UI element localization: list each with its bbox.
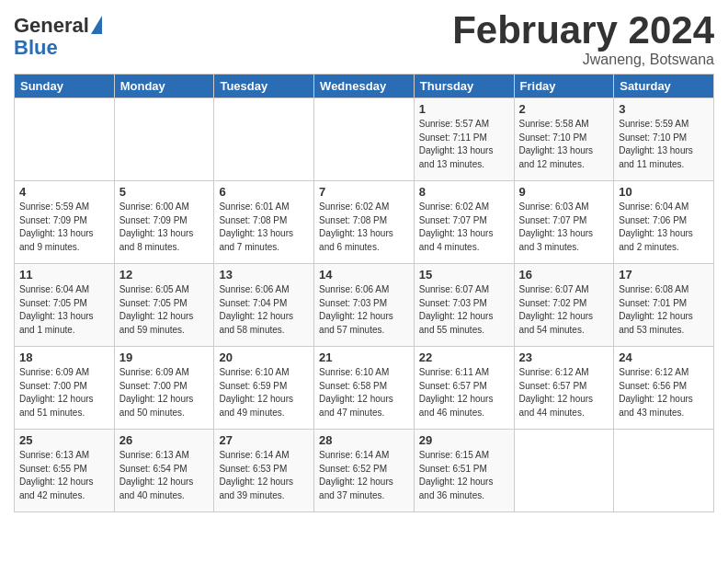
day-number: 24 <box>619 350 709 364</box>
day-number: 13 <box>219 268 309 282</box>
calendar-cell: 16Sunrise: 6:07 AMSunset: 7:02 PMDayligh… <box>514 264 614 347</box>
calendar-cell: 12Sunrise: 6:05 AMSunset: 7:05 PMDayligh… <box>114 264 214 347</box>
calendar-cell: 5Sunrise: 6:00 AMSunset: 7:09 PMDaylight… <box>114 181 214 264</box>
cell-content: Sunrise: 6:09 AMSunset: 7:00 PMDaylight:… <box>19 366 109 419</box>
week-row-3: 11Sunrise: 6:04 AMSunset: 7:05 PMDayligh… <box>15 264 714 347</box>
calendar-cell: 9Sunrise: 6:03 AMSunset: 7:07 PMDaylight… <box>514 181 614 264</box>
day-number: 16 <box>519 268 609 282</box>
calendar-cell: 28Sunrise: 6:14 AMSunset: 6:52 PMDayligh… <box>314 430 415 512</box>
cell-content: Sunrise: 6:01 AMSunset: 7:08 PMDaylight:… <box>219 201 309 254</box>
day-header-sunday: Sunday <box>15 75 115 98</box>
calendar-cell: 17Sunrise: 6:08 AMSunset: 7:01 PMDayligh… <box>614 264 714 347</box>
week-row-2: 4Sunrise: 5:59 AMSunset: 7:09 PMDaylight… <box>15 181 714 264</box>
day-number: 19 <box>119 350 210 364</box>
calendar-cell: 19Sunrise: 6:09 AMSunset: 7:00 PMDayligh… <box>114 347 214 430</box>
header-row: SundayMondayTuesdayWednesdayThursdayFrid… <box>15 75 714 98</box>
cell-content: Sunrise: 5:57 AMSunset: 7:11 PMDaylight:… <box>419 118 509 171</box>
cell-content: Sunrise: 6:10 AMSunset: 6:59 PMDaylight:… <box>219 366 309 419</box>
calendar-cell: 22Sunrise: 6:11 AMSunset: 6:57 PMDayligh… <box>414 347 514 430</box>
day-number: 7 <box>319 185 409 199</box>
cell-content: Sunrise: 6:02 AMSunset: 7:07 PMDaylight:… <box>419 201 509 254</box>
calendar-cell <box>15 98 115 181</box>
day-number: 22 <box>419 350 509 364</box>
cell-content: Sunrise: 6:10 AMSunset: 6:58 PMDaylight:… <box>319 366 409 419</box>
day-number: 29 <box>419 433 509 447</box>
week-row-1: 1Sunrise: 5:57 AMSunset: 7:11 PMDaylight… <box>15 98 714 181</box>
cell-content: Sunrise: 6:04 AMSunset: 7:05 PMDaylight:… <box>19 283 109 337</box>
calendar-cell: 7Sunrise: 6:02 AMSunset: 7:08 PMDaylight… <box>314 181 415 264</box>
day-number: 8 <box>419 185 509 199</box>
day-number: 4 <box>19 185 109 199</box>
day-number: 15 <box>419 268 509 282</box>
cell-content: Sunrise: 6:07 AMSunset: 7:03 PMDaylight:… <box>419 283 509 337</box>
day-number: 26 <box>119 433 210 447</box>
calendar-cell: 21Sunrise: 6:10 AMSunset: 6:58 PMDayligh… <box>314 347 415 430</box>
cell-content: Sunrise: 6:09 AMSunset: 7:00 PMDaylight:… <box>119 366 210 419</box>
day-number: 25 <box>19 433 109 447</box>
calendar-cell: 15Sunrise: 6:07 AMSunset: 7:03 PMDayligh… <box>414 264 514 347</box>
cell-content: Sunrise: 6:13 AMSunset: 6:54 PMDaylight:… <box>119 449 210 502</box>
calendar-cell: 8Sunrise: 6:02 AMSunset: 7:07 PMDaylight… <box>414 181 514 264</box>
cell-content: Sunrise: 6:00 AMSunset: 7:09 PMDaylight:… <box>119 201 210 254</box>
calendar-cell <box>114 98 214 181</box>
day-header-wednesday: Wednesday <box>314 75 415 98</box>
day-header-friday: Friday <box>514 75 614 98</box>
cell-content: Sunrise: 6:02 AMSunset: 7:08 PMDaylight:… <box>319 201 409 254</box>
day-header-monday: Monday <box>114 75 214 98</box>
calendar-cell: 25Sunrise: 6:13 AMSunset: 6:55 PMDayligh… <box>15 430 115 512</box>
logo-triangle-icon <box>91 16 102 34</box>
day-number: 18 <box>19 350 109 364</box>
calendar-cell: 18Sunrise: 6:09 AMSunset: 7:00 PMDayligh… <box>15 347 115 430</box>
cell-content: Sunrise: 6:12 AMSunset: 6:56 PMDaylight:… <box>619 366 709 419</box>
calendar-cell: 10Sunrise: 6:04 AMSunset: 7:06 PMDayligh… <box>614 181 714 264</box>
calendar-cell: 4Sunrise: 5:59 AMSunset: 7:09 PMDaylight… <box>15 181 115 264</box>
calendar-cell <box>514 430 614 512</box>
day-number: 10 <box>619 185 709 199</box>
day-number: 17 <box>619 268 709 282</box>
day-number: 28 <box>319 433 409 447</box>
cell-content: Sunrise: 6:14 AMSunset: 6:53 PMDaylight:… <box>219 449 309 502</box>
calendar-body: 1Sunrise: 5:57 AMSunset: 7:11 PMDaylight… <box>15 98 714 512</box>
logo-blue: Blue <box>14 37 58 59</box>
day-number: 9 <box>519 185 609 199</box>
calendar-cell: 14Sunrise: 6:06 AMSunset: 7:03 PMDayligh… <box>314 264 415 347</box>
cell-content: Sunrise: 6:06 AMSunset: 7:03 PMDaylight:… <box>319 283 409 337</box>
cell-content: Sunrise: 6:11 AMSunset: 6:57 PMDaylight:… <box>419 366 509 419</box>
location-subtitle: Jwaneng, Botswana <box>452 52 714 68</box>
day-number: 2 <box>519 102 609 116</box>
day-number: 3 <box>619 102 709 116</box>
page-header: General Blue February 2024 Jwaneng, Bots… <box>14 9 714 68</box>
calendar-cell: 2Sunrise: 5:58 AMSunset: 7:10 PMDaylight… <box>514 98 614 181</box>
day-number: 23 <box>519 350 609 364</box>
calendar-cell: 24Sunrise: 6:12 AMSunset: 6:56 PMDayligh… <box>614 347 714 430</box>
calendar-cell: 1Sunrise: 5:57 AMSunset: 7:11 PMDaylight… <box>414 98 514 181</box>
calendar-cell: 27Sunrise: 6:14 AMSunset: 6:53 PMDayligh… <box>214 430 314 512</box>
calendar-cell <box>314 98 415 181</box>
calendar-header: SundayMondayTuesdayWednesdayThursdayFrid… <box>15 75 714 98</box>
week-row-4: 18Sunrise: 6:09 AMSunset: 7:00 PMDayligh… <box>15 347 714 430</box>
calendar-cell: 20Sunrise: 6:10 AMSunset: 6:59 PMDayligh… <box>214 347 314 430</box>
day-number: 21 <box>319 350 409 364</box>
cell-content: Sunrise: 5:59 AMSunset: 7:09 PMDaylight:… <box>19 201 109 254</box>
day-number: 20 <box>219 350 309 364</box>
logo: General Blue <box>14 15 102 59</box>
cell-content: Sunrise: 5:58 AMSunset: 7:10 PMDaylight:… <box>519 118 609 171</box>
calendar-cell: 6Sunrise: 6:01 AMSunset: 7:08 PMDaylight… <box>214 181 314 264</box>
title-area: February 2024 Jwaneng, Botswana <box>452 9 714 68</box>
week-row-5: 25Sunrise: 6:13 AMSunset: 6:55 PMDayligh… <box>15 430 714 512</box>
day-header-thursday: Thursday <box>414 75 514 98</box>
day-number: 1 <box>419 102 509 116</box>
day-number: 6 <box>219 185 309 199</box>
calendar-cell: 13Sunrise: 6:06 AMSunset: 7:04 PMDayligh… <box>214 264 314 347</box>
cell-content: Sunrise: 6:04 AMSunset: 7:06 PMDaylight:… <box>619 201 709 254</box>
calendar-cell <box>614 430 714 512</box>
day-number: 12 <box>119 268 210 282</box>
calendar-cell: 11Sunrise: 6:04 AMSunset: 7:05 PMDayligh… <box>15 264 115 347</box>
logo-general: General <box>14 15 89 37</box>
calendar-cell: 23Sunrise: 6:12 AMSunset: 6:57 PMDayligh… <box>514 347 614 430</box>
cell-content: Sunrise: 6:05 AMSunset: 7:05 PMDaylight:… <box>119 283 210 337</box>
cell-content: Sunrise: 6:07 AMSunset: 7:02 PMDaylight:… <box>519 283 609 337</box>
day-number: 27 <box>219 433 309 447</box>
cell-content: Sunrise: 6:15 AMSunset: 6:51 PMDaylight:… <box>419 449 509 502</box>
cell-content: Sunrise: 6:03 AMSunset: 7:07 PMDaylight:… <box>519 201 609 254</box>
